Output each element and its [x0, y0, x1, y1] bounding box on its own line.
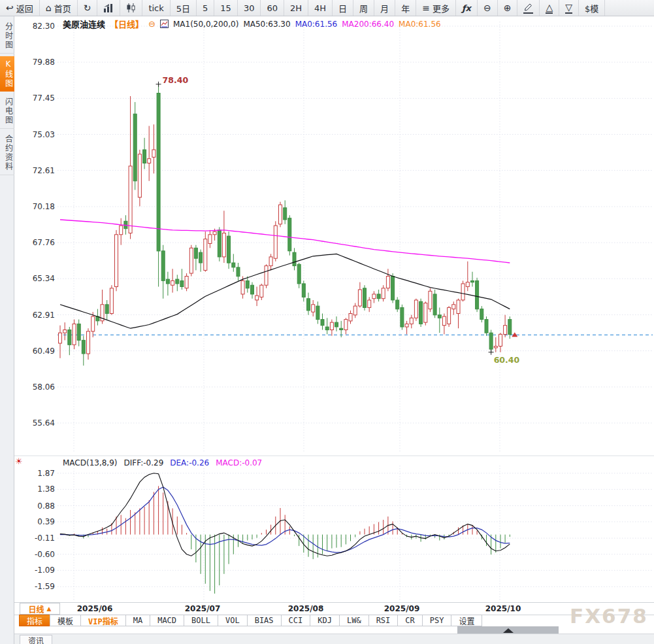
- macd-dea-value: DEA:-0.26: [170, 458, 209, 467]
- candlestick-button[interactable]: [120, 0, 142, 16]
- period-30-button[interactable]: 30: [238, 0, 261, 16]
- sidebar-item-time-chart[interactable]: 分时图: [0, 19, 14, 54]
- pencil-icon: [523, 3, 533, 14]
- zoom-out-button[interactable]: ⊖: [478, 0, 498, 16]
- candle-body: [307, 299, 310, 311]
- candle-body: [405, 324, 408, 327]
- back-button[interactable]: ↩返回: [0, 0, 40, 16]
- high-marker-cross: [156, 82, 161, 87]
- macd-axis-label: 1.87: [37, 469, 55, 478]
- tab-rsi[interactable]: RSI: [368, 615, 399, 626]
- home-button[interactable]: ⌂首页: [40, 0, 78, 16]
- mini-chart-icon[interactable]: [160, 20, 169, 28]
- candle-body: [194, 248, 197, 258]
- triangle-up-button[interactable]: △: [540, 0, 559, 16]
- tab-vip-indicator[interactable]: VIP指标: [80, 615, 126, 626]
- candle-body: [302, 284, 305, 297]
- symbol-name: 美原油连续: [63, 18, 105, 30]
- tab-psy[interactable]: PSY: [422, 615, 452, 626]
- period-5day-button-label: 5日: [176, 2, 190, 14]
- tab-lw[interactable]: LW&: [339, 615, 369, 626]
- high-price-annotation: 78.40: [163, 75, 189, 85]
- candle-body: [129, 166, 132, 233]
- candle-body: [349, 314, 352, 321]
- tab-indicator[interactable]: 指标: [19, 615, 50, 626]
- macd-title: MACD(13,8,9): [63, 458, 118, 467]
- candle-body: [433, 294, 436, 315]
- period-year-button-label: 年: [401, 2, 410, 14]
- news-tab[interactable]: 资讯: [20, 635, 52, 644]
- period-4h-button[interactable]: 4H: [308, 0, 333, 16]
- period-week-button[interactable]: 周: [353, 0, 374, 16]
- period-5-button[interactable]: 5: [197, 0, 214, 16]
- price-axis-label: 75.03: [33, 130, 55, 139]
- toolbar: ↩返回⌂首页↻tick5日51530602H4H日周月年≡更多ƒx⊖⊕△▽$模: [0, 0, 654, 16]
- tab-boll[interactable]: BOLL: [184, 615, 218, 626]
- candle-body: [363, 288, 367, 308]
- candlestick-icon: [126, 3, 136, 12]
- indicator-tab-bar: 指标模板VIP指标MAMACDBOLLVOLBIASCCIKDJLW&RSICR…: [20, 615, 482, 626]
- indicator-settings-icon[interactable]: ☀: [15, 457, 23, 466]
- candle-body: [260, 285, 263, 297]
- tab-macd[interactable]: MACD: [150, 615, 184, 626]
- candle-body: [91, 316, 95, 331]
- more-button[interactable]: ≡更多: [416, 0, 456, 16]
- period-year-button[interactable]: 年: [395, 0, 416, 16]
- bar-chart-button[interactable]: [97, 0, 120, 16]
- candle-body: [344, 320, 348, 330]
- collapse-icon[interactable]: ⊖: [148, 20, 155, 28]
- macd-axis-label: 1.38: [37, 484, 55, 494]
- period-day-button-label: 日: [338, 2, 347, 14]
- tab-bias[interactable]: BIAS: [247, 615, 282, 626]
- period-60-button-label: 60: [267, 3, 278, 13]
- draw-button[interactable]: [517, 0, 540, 16]
- candle-body: [485, 320, 488, 333]
- candle-body: [377, 294, 380, 299]
- tab-cr[interactable]: CR: [397, 615, 422, 626]
- candle-body: [321, 320, 324, 326]
- candle-body: [438, 315, 441, 318]
- tab-ma[interactable]: MA: [125, 615, 150, 626]
- period-15-button[interactable]: 15: [214, 0, 238, 16]
- candle-body: [222, 233, 225, 257]
- bar-chart-icon: [103, 3, 114, 12]
- candle-body: [255, 296, 259, 300]
- period-5day-button[interactable]: 5日: [171, 0, 197, 16]
- candle-body: [105, 305, 108, 314]
- tab-kdj[interactable]: KDJ: [310, 615, 340, 626]
- candle-body: [368, 300, 371, 307]
- candle-body: [382, 288, 385, 299]
- refresh-button[interactable]: ↻: [78, 0, 98, 16]
- candle-body: [466, 282, 469, 287]
- sidebar-item-kline-chart[interactable]: K线图: [0, 56, 14, 92]
- menu-icon: ≡: [422, 3, 430, 12]
- candle-body: [171, 280, 174, 285]
- period-tick-button-label: tick: [148, 3, 163, 13]
- period-2h-button[interactable]: 2H: [284, 0, 308, 16]
- candle-body: [63, 330, 67, 333]
- period-day-button[interactable]: 日: [333, 0, 353, 16]
- template-button[interactable]: $模: [579, 0, 605, 16]
- triangle-up-small-icon: ▲: [47, 605, 52, 612]
- period-60-button[interactable]: 60: [261, 0, 284, 16]
- period-month-button[interactable]: 月: [374, 0, 395, 16]
- triangle-down-button[interactable]: ▽: [559, 0, 579, 16]
- candle-body: [494, 347, 497, 348]
- x-axis-label: 2025/08: [288, 604, 323, 613]
- sidebar-item-lightning-chart[interactable]: 闪电图: [0, 94, 14, 129]
- candle-body: [120, 226, 123, 235]
- tab-vol[interactable]: VOL: [218, 615, 248, 626]
- sidebar-item-contract-info[interactable]: 合约资料: [0, 131, 14, 175]
- chart-plot-area[interactable]: .grid{stroke:#e3e5ef;stroke-dasharray:1.…: [0, 0, 654, 644]
- tab-cci[interactable]: CCI: [281, 615, 311, 626]
- price-axis-label: 65.34: [33, 274, 55, 283]
- period-selector-button[interactable]: 日线 ▲: [20, 603, 60, 615]
- tab-template[interactable]: 模板: [50, 615, 81, 626]
- triangle-down-icon: ▽: [565, 3, 572, 14]
- zoom-in-button[interactable]: ⊕: [498, 0, 518, 16]
- tab-settings[interactable]: 设置: [451, 615, 482, 626]
- fx-indicator-button[interactable]: ƒx: [456, 0, 478, 16]
- candle-body: [110, 288, 113, 314]
- period-tick-button[interactable]: tick: [142, 0, 170, 16]
- zoom-out-icon: ⊖: [483, 3, 491, 12]
